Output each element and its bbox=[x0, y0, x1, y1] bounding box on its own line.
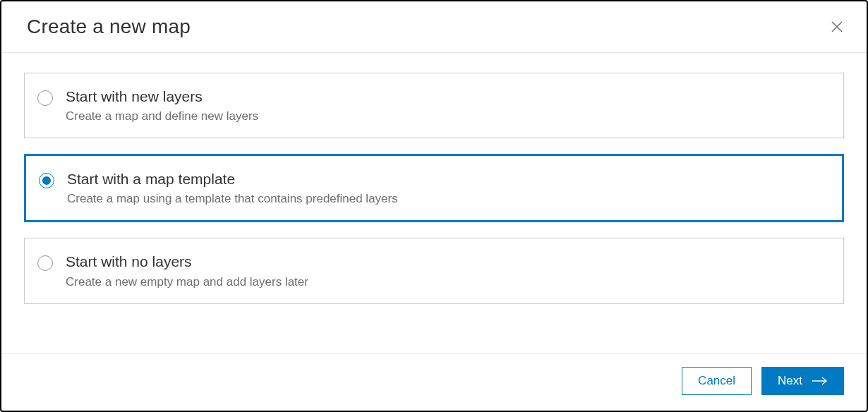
option-start-with-no-layers[interactable]: Start with no layers Create a new empty … bbox=[24, 238, 844, 303]
option-title: Start with new layers bbox=[66, 87, 826, 105]
next-button-label: Next bbox=[778, 374, 802, 388]
option-title: Start with a map template bbox=[67, 170, 825, 188]
dialog-title: Create a new map bbox=[27, 16, 191, 38]
radio-icon bbox=[37, 255, 53, 271]
option-text: Start with no layers Create a new empty … bbox=[66, 253, 826, 289]
option-text: Start with a map template Create a map u… bbox=[67, 170, 825, 206]
options-list: Start with new layers Create a map and d… bbox=[1, 53, 867, 353]
cancel-button[interactable]: Cancel bbox=[682, 367, 752, 395]
option-title: Start with no layers bbox=[66, 253, 826, 270]
close-button[interactable] bbox=[828, 18, 845, 35]
option-start-with-new-layers[interactable]: Start with new layers Create a map and d… bbox=[24, 73, 844, 138]
option-start-with-map-template[interactable]: Start with a map template Create a map u… bbox=[24, 154, 844, 222]
option-text: Start with new layers Create a map and d… bbox=[66, 87, 826, 123]
option-description: Create a map and define new layers bbox=[66, 109, 826, 123]
radio-icon bbox=[37, 90, 53, 106]
arrow-right-icon bbox=[812, 377, 828, 385]
radio-icon bbox=[39, 173, 54, 188]
close-icon bbox=[831, 20, 843, 33]
next-button[interactable]: Next bbox=[761, 367, 844, 395]
dialog-create-new-map: Create a new map Start with new layers C… bbox=[0, 0, 868, 412]
dialog-header: Create a new map bbox=[1, 1, 867, 53]
option-description: Create a new empty map and add layers la… bbox=[66, 275, 826, 289]
dialog-footer: Cancel Next bbox=[1, 353, 867, 411]
cancel-button-label: Cancel bbox=[698, 374, 735, 388]
option-description: Create a map using a template that conta… bbox=[67, 192, 825, 206]
